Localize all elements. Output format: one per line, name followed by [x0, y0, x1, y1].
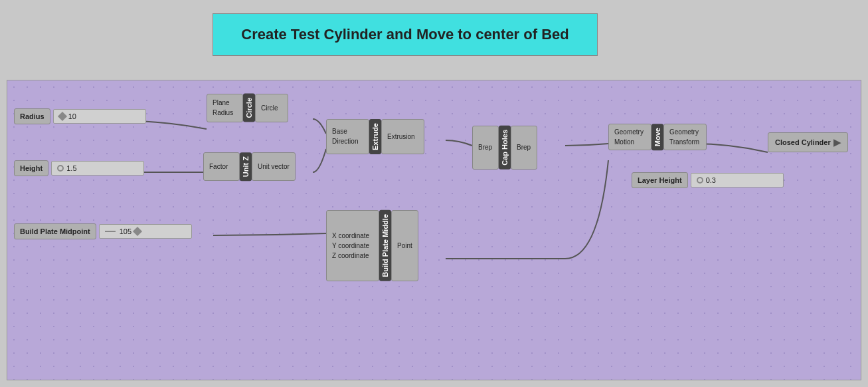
circle-out-label: Circle [261, 103, 282, 113]
move-output-body: Geometry Transform [663, 124, 707, 150]
bpmiddle-output-body: Point [391, 210, 418, 281]
bpm-value[interactable]: 105 [99, 224, 192, 239]
height-circle-icon [57, 165, 64, 172]
unitz-output-body: Unit vector [252, 152, 296, 181]
move-port-geometry: Geometry [614, 127, 646, 137]
capholes-node-body: Brep [472, 126, 499, 170]
radius-value-text: 10 [68, 112, 76, 120]
unitz-node[interactable]: Factor Unit Z Unit vector [203, 152, 296, 181]
radius-label: Radius [14, 108, 50, 124]
bpmiddle-out-label: Point [397, 241, 412, 251]
height-value-text: 1.5 [66, 164, 76, 172]
unitz-node-body: Factor [203, 152, 240, 181]
circle-node-body: Plane Radius [207, 94, 243, 122]
layer-height-circle-icon [697, 177, 703, 184]
unitz-out-label: Unit vector [258, 162, 290, 172]
move-port-motion: Motion [614, 137, 646, 147]
bpm-line-icon [105, 231, 116, 232]
move-out-transform: Transform [669, 137, 701, 147]
move-node[interactable]: Geometry Motion Move Geometry Transform [608, 124, 707, 150]
layer-height-label: Layer Height [632, 172, 688, 188]
canvas-area[interactable]: Radius 10 Height 1.5 Build Plate Midpoin… [7, 80, 861, 380]
title-banner: Create Test Cylinder and Move to center … [213, 13, 598, 56]
extrude-port-base: Base [332, 126, 363, 136]
closed-cylinder-node: Closed Cylinder ▶ [768, 132, 848, 152]
circle-node[interactable]: Plane Radius Circle Circle [207, 94, 288, 122]
circle-output-body: Circle [255, 94, 288, 122]
move-node-label: Move [651, 124, 663, 150]
height-value[interactable]: 1.5 [51, 161, 144, 176]
closed-cylinder-arrow: ▶ [833, 137, 841, 148]
height-label: Height [14, 160, 48, 176]
capholes-out-label: Brep [517, 142, 531, 152]
layer-height-value[interactable]: 0.3 [691, 173, 784, 188]
capholes-node-label: Cap Holes [499, 126, 511, 170]
extrude-node-body: Base Direction [326, 119, 369, 154]
bpmiddle-node-label: Build Plate Middle [379, 210, 391, 281]
extrude-out-label: Extrusion [387, 132, 418, 142]
build-plate-midpoint-node: Build Plate Midpoint 105 [14, 223, 192, 239]
circle-port-plane: Plane [213, 98, 237, 108]
extrude-port-direction: Direction [332, 136, 363, 146]
layer-height-value-text: 0.3 [706, 176, 716, 184]
capholes-node[interactable]: Brep Cap Holes Brep [472, 126, 537, 170]
move-node-body: Geometry Motion [608, 124, 651, 150]
bpm-value-text: 105 [120, 227, 131, 235]
capholes-output-body: Brep [511, 126, 537, 170]
circle-node-label: Circle [243, 94, 255, 122]
bpmiddle-port-z: Z coordinate [332, 251, 373, 261]
circle-port-radius: Radius [213, 108, 237, 118]
extrude-output-body: Extrusion [381, 119, 424, 154]
bpmiddle-node-body: X coordinate Y coordinate Z coordinate [326, 210, 379, 281]
radius-value[interactable]: 10 [53, 109, 146, 124]
capholes-port-brep: Brep [478, 142, 493, 152]
bpmiddle-node[interactable]: X coordinate Y coordinate Z coordinate B… [326, 210, 418, 281]
extrude-node-label: Extrude [369, 119, 381, 154]
title-text: Create Test Cylinder and Move to center … [241, 26, 568, 43]
move-out-geometry: Geometry [669, 127, 701, 137]
bpm-diamond-icon [133, 227, 142, 236]
unitz-node-label: Unit Z [240, 152, 252, 181]
bpm-label: Build Plate Midpoint [14, 223, 96, 239]
height-input-node: Height 1.5 [14, 160, 144, 176]
radius-input-node: Radius 10 [14, 108, 146, 124]
layer-height-node: Layer Height 0.3 [632, 172, 784, 188]
closed-cylinder-label: Closed Cylinder [775, 138, 831, 146]
closed-cylinder-tag: Closed Cylinder ▶ [768, 132, 848, 152]
bpmiddle-port-x: X coordinate [332, 231, 373, 241]
bpmiddle-port-y: Y coordinate [332, 241, 373, 251]
unitz-port-factor: Factor [209, 162, 234, 172]
extrude-node[interactable]: Base Direction Extrude Extrusion [326, 119, 424, 154]
radius-diamond-icon [58, 112, 67, 121]
